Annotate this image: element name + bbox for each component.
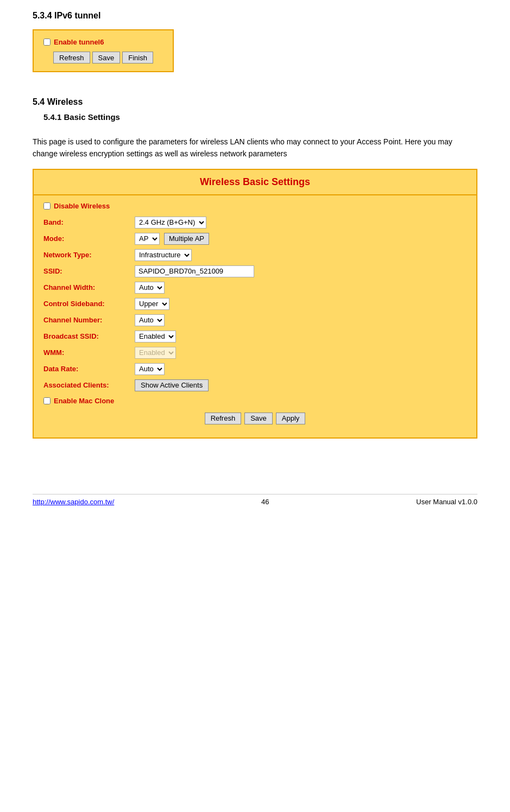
channel-number-row: Channel Number: Auto bbox=[43, 314, 467, 326]
enable-mac-clone-label: Enable Mac Clone bbox=[54, 397, 114, 405]
wireless-save-button[interactable]: Save bbox=[244, 413, 273, 424]
ipv6-heading: 5.3.4 IPv6 tunnel bbox=[33, 11, 477, 21]
wmm-select[interactable]: Enabled bbox=[135, 347, 176, 359]
mode-label: Mode: bbox=[43, 234, 130, 243]
wireless-box-inner: Disable Wireless Band: 2.4 GHz (B+G+N) M… bbox=[34, 195, 476, 437]
enable-tunnel6-row: Enable tunnel6 bbox=[43, 38, 163, 46]
basic-settings-description: This page is used to configure the param… bbox=[33, 136, 477, 160]
network-type-label: Network Type: bbox=[43, 251, 130, 259]
control-sideband-select[interactable]: Upper bbox=[135, 298, 169, 310]
data-rate-label: Data Rate: bbox=[43, 365, 130, 373]
mode-select[interactable]: AP bbox=[135, 233, 160, 245]
network-type-select[interactable]: Infrastructure bbox=[135, 249, 192, 261]
ssid-row: SSID: bbox=[43, 265, 467, 277]
page-number: 46 bbox=[114, 498, 416, 506]
wireless-refresh-button[interactable]: Refresh bbox=[205, 413, 242, 424]
data-rate-select[interactable]: Auto bbox=[135, 363, 165, 375]
control-sideband-row: Control Sideband: Upper bbox=[43, 298, 467, 310]
associated-clients-row: Associated Clients: Show Active Clients bbox=[43, 379, 467, 391]
wireless-heading: 5.4 Wireless bbox=[33, 97, 477, 107]
wmm-label: WMM: bbox=[43, 348, 130, 357]
ipv6-tunnel-box: Enable tunnel6 Refresh Save Finish bbox=[33, 29, 174, 72]
wmm-row: WMM: Enabled bbox=[43, 347, 467, 359]
channel-number-label: Channel Number: bbox=[43, 316, 130, 324]
band-select[interactable]: 2.4 GHz (B+G+N) bbox=[135, 217, 206, 229]
broadcast-ssid-label: Broadcast SSID: bbox=[43, 332, 130, 340]
ipv6-btn-row: Refresh Save Finish bbox=[43, 52, 163, 64]
disable-wireless-label: Disable Wireless bbox=[54, 202, 110, 210]
enable-tunnel6-label: Enable tunnel6 bbox=[54, 38, 104, 46]
broadcast-ssid-select[interactable]: Enabled bbox=[135, 331, 176, 342]
multiple-ap-button[interactable]: Multiple AP bbox=[164, 233, 209, 245]
footer-link[interactable]: http://www.sapido.com.tw/ bbox=[33, 498, 114, 506]
disable-wireless-checkbox[interactable] bbox=[43, 202, 51, 210]
footer: http://www.sapido.com.tw/ 46 User Manual… bbox=[33, 494, 477, 506]
ipv6-save-button[interactable]: Save bbox=[92, 52, 121, 64]
enable-tunnel6-checkbox[interactable] bbox=[43, 39, 51, 46]
band-row: Band: 2.4 GHz (B+G+N) bbox=[43, 217, 467, 229]
ipv6-finish-button[interactable]: Finish bbox=[122, 52, 153, 64]
ssid-label: SSID: bbox=[43, 267, 130, 275]
enable-mac-clone-row: Enable Mac Clone bbox=[43, 397, 467, 405]
wireless-box-title: Wireless Basic Settings bbox=[34, 170, 476, 195]
disable-wireless-row: Disable Wireless bbox=[43, 202, 467, 210]
wireless-apply-button[interactable]: Apply bbox=[276, 413, 306, 424]
channel-number-select[interactable]: Auto bbox=[135, 314, 165, 326]
show-active-clients-button[interactable]: Show Active Clients bbox=[135, 379, 209, 391]
ssid-input[interactable] bbox=[135, 265, 254, 277]
data-rate-row: Data Rate: Auto bbox=[43, 363, 467, 375]
enable-mac-clone-checkbox[interactable] bbox=[43, 397, 51, 404]
wireless-basic-settings-box: Wireless Basic Settings Disable Wireless… bbox=[33, 169, 477, 439]
broadcast-ssid-row: Broadcast SSID: Enabled bbox=[43, 331, 467, 342]
channel-width-label: Channel Width: bbox=[43, 283, 130, 291]
network-type-row: Network Type: Infrastructure bbox=[43, 249, 467, 261]
mode-row: Mode: AP Multiple AP bbox=[43, 233, 467, 245]
band-label: Band: bbox=[43, 218, 130, 226]
associated-clients-label: Associated Clients: bbox=[43, 381, 130, 389]
wireless-btn-row: Refresh Save Apply bbox=[43, 413, 467, 431]
manual-version: User Manual v1.0.0 bbox=[416, 498, 477, 506]
control-sideband-label: Control Sideband: bbox=[43, 300, 130, 308]
channel-width-row: Channel Width: Auto bbox=[43, 282, 467, 294]
ipv6-refresh-button[interactable]: Refresh bbox=[53, 52, 90, 64]
basic-settings-heading: 5.4.1 Basic Settings bbox=[43, 112, 477, 122]
channel-width-select[interactable]: Auto bbox=[135, 282, 165, 294]
